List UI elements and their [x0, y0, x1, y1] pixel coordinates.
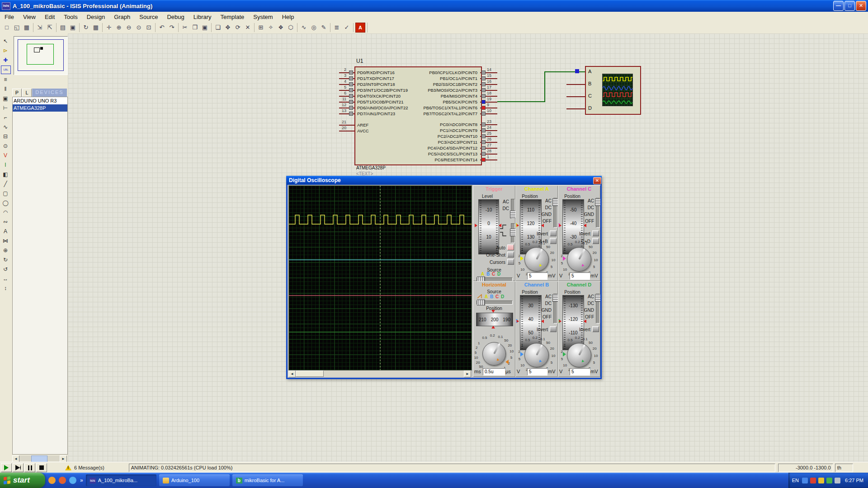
- horizontal-position-thumbwheel[interactable]: 210200190: [476, 313, 513, 326]
- save-design-icon[interactable]: ▦: [22, 23, 31, 32]
- voltage-probe-icon[interactable]: V: [1, 151, 10, 160]
- toggle-grid-icon[interactable]: ▦: [91, 23, 100, 32]
- netlist-to-ares-icon[interactable]: A: [355, 23, 365, 33]
- overview-window[interactable]: [14, 36, 68, 75]
- position-thumbwheel[interactable]: 304050: [520, 295, 542, 350]
- launcher-orange-icon[interactable]: [48, 477, 56, 484]
- scroll-right-icon[interactable]: ►: [60, 455, 67, 462]
- property-assignment-icon[interactable]: ✎: [319, 23, 328, 32]
- block-move-icon[interactable]: ✥: [223, 23, 232, 32]
- start-button[interactable]: start: [0, 473, 45, 488]
- tape-recorder-icon[interactable]: ⊟: [1, 132, 10, 141]
- scroll-left-icon[interactable]: ◄: [288, 371, 296, 377]
- mirror-y-icon[interactable]: ↕: [1, 284, 10, 293]
- print-icon[interactable]: ▤: [58, 23, 67, 32]
- device-list[interactable]: ARDUINO UNO R3ATMEGA328P: [12, 97, 68, 455]
- launcher-red-icon[interactable]: [59, 477, 66, 484]
- trigger-coupling-thumb[interactable]: [510, 211, 515, 218]
- one-shot-button[interactable]: [507, 252, 514, 258]
- 2d-circle-icon[interactable]: ◯: [1, 198, 10, 207]
- menu-system[interactable]: System: [249, 13, 277, 21]
- menu-source[interactable]: Source: [135, 13, 162, 21]
- rotate-anticlockwise-icon[interactable]: ↺: [1, 265, 10, 274]
- undo-icon[interactable]: ↶: [157, 23, 166, 32]
- menu-file[interactable]: File: [0, 13, 19, 21]
- zoom-in-icon[interactable]: ⊕: [114, 23, 123, 32]
- trigger-source-thumb[interactable]: [477, 277, 485, 281]
- invert-button[interactable]: [550, 230, 557, 236]
- tray-gray-icon[interactable]: [835, 478, 840, 483]
- open-design-icon[interactable]: ◱: [12, 23, 21, 32]
- redo-icon[interactable]: ↷: [167, 23, 176, 32]
- wire[interactable]: [497, 101, 545, 102]
- horizontal-source-thumb[interactable]: [477, 300, 485, 305]
- value-display[interactable]: 5: [527, 272, 547, 280]
- coupling-slider-thumb[interactable]: [595, 198, 600, 206]
- position-thumbwheel[interactable]: -130-120-110: [562, 295, 584, 350]
- device-item[interactable]: ARDUINO UNO R3: [13, 97, 67, 104]
- block-copy-icon[interactable]: ❏: [213, 23, 222, 32]
- menu-view[interactable]: View: [19, 13, 40, 21]
- 2d-text-icon[interactable]: A: [1, 227, 10, 236]
- subcircuit-icon[interactable]: ▣: [1, 94, 10, 103]
- zoom-out-icon[interactable]: ⊖: [124, 23, 133, 32]
- wire-autorouter-icon[interactable]: ∿: [299, 23, 308, 32]
- menu-template[interactable]: Template: [216, 13, 249, 21]
- sidebar-scrollbar[interactable]: ◄ ►: [12, 455, 67, 461]
- 2d-arc-icon[interactable]: ◠: [1, 208, 10, 217]
- refresh-display-icon[interactable]: ↻: [81, 23, 90, 32]
- block-delete-icon[interactable]: ✕: [243, 23, 252, 32]
- oscilloscope-title-bar[interactable]: Digital Oscilloscope: [286, 176, 602, 185]
- maximize-button[interactable]: □: [844, 1, 855, 11]
- cut-icon[interactable]: ✂: [180, 23, 189, 32]
- cursors-button[interactable]: [507, 259, 514, 265]
- 2d-line-icon[interactable]: ╱: [1, 179, 10, 188]
- menu-edit[interactable]: Edit: [40, 13, 59, 21]
- menu-design[interactable]: Design: [82, 13, 109, 21]
- component-mode-icon[interactable]: ⊳: [1, 46, 10, 55]
- pick-parts-button[interactable]: P: [12, 89, 22, 97]
- gain-knob[interactable]: [567, 247, 591, 272]
- pick-device-icon[interactable]: ⊞: [256, 23, 265, 32]
- scroll-right-icon[interactable]: ►: [464, 371, 471, 377]
- terminals-icon[interactable]: ⊢: [1, 103, 10, 113]
- quicklaunch-expand-icon[interactable]: »: [80, 477, 83, 483]
- 2d-symbol-icon[interactable]: ⋈: [1, 236, 10, 245]
- step-button[interactable]: [13, 463, 24, 472]
- position-thumbwheel[interactable]: 110120130: [520, 199, 542, 254]
- value-display[interactable]: 0.5u: [483, 368, 505, 375]
- coupling-slider-thumb[interactable]: [595, 294, 600, 302]
- value-display[interactable]: 5: [527, 368, 547, 375]
- block-rotate-icon[interactable]: ⟳: [233, 23, 242, 32]
- graphs-icon[interactable]: ∿: [1, 122, 10, 131]
- menu-library[interactable]: Library: [189, 13, 216, 21]
- stop-button[interactable]: [36, 463, 47, 472]
- make-device-icon[interactable]: ✧: [266, 23, 275, 32]
- device-pins-icon[interactable]: ⌐: [1, 113, 10, 122]
- tray-green-icon[interactable]: [826, 478, 832, 483]
- menu-help[interactable]: Help: [278, 13, 299, 21]
- bill-of-materials-icon[interactable]: ≣: [332, 23, 341, 32]
- menu-debug[interactable]: Debug: [162, 13, 189, 21]
- task-button-mikrobasic-for-a-[interactable]: bmikroBasic for A...: [232, 474, 303, 486]
- mark-output-area-icon[interactable]: ▣: [68, 23, 77, 32]
- search-tag-icon[interactable]: ◎: [309, 23, 318, 32]
- c+d-button[interactable]: [592, 238, 599, 244]
- gain-knob[interactable]: [567, 343, 591, 367]
- value-display[interactable]: 5: [570, 368, 590, 375]
- 2d-markers-icon[interactable]: ⊕: [1, 246, 10, 255]
- oscilloscope-close-icon[interactable]: ✕: [593, 177, 601, 184]
- scroll-left-icon[interactable]: ◄: [12, 455, 19, 462]
- gain-knob[interactable]: [482, 342, 506, 366]
- message-count[interactable]: 6 Message(s): [74, 465, 104, 470]
- copy-icon[interactable]: ❐: [190, 23, 199, 32]
- a+b-button[interactable]: [550, 238, 557, 244]
- zoom-area-icon[interactable]: ⊡: [144, 23, 153, 32]
- tray-blue-icon[interactable]: [802, 478, 808, 483]
- packaging-tool-icon[interactable]: ❖: [276, 23, 285, 32]
- export-section-icon[interactable]: ⇱: [45, 23, 54, 32]
- tray-yellow-icon[interactable]: [818, 478, 824, 483]
- paste-icon[interactable]: ▣: [200, 23, 209, 32]
- close-button[interactable]: ✕: [856, 1, 866, 11]
- generators-icon[interactable]: ⊙: [1, 141, 10, 150]
